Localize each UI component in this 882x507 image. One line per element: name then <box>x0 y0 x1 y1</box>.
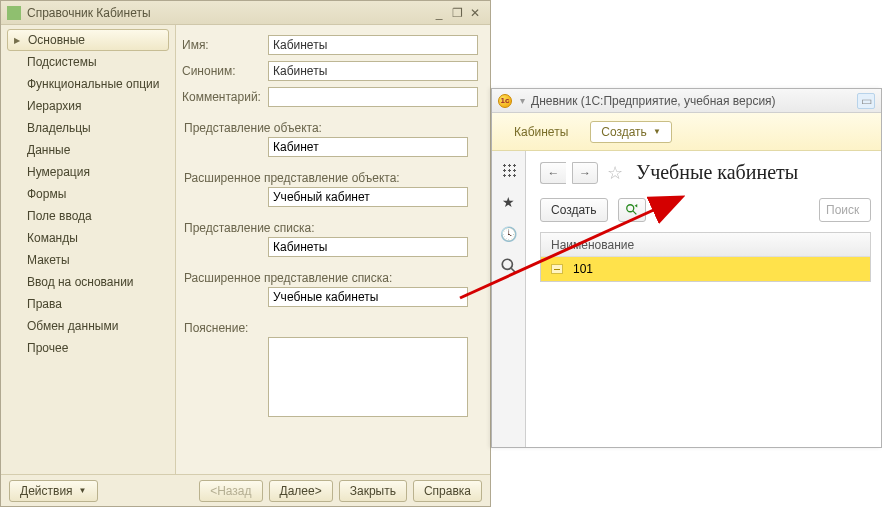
favorite-toggle-star-icon[interactable]: ☆ <box>604 162 626 184</box>
sidebar-item-label: Поле ввода <box>27 209 92 223</box>
data-table: Наименование 101 <box>540 232 871 282</box>
label-objpres: Представление объекта: <box>184 121 478 135</box>
chevron-down-icon: ▼ <box>653 127 661 136</box>
svg-point-0 <box>502 259 512 269</box>
sidebar-item-owners[interactable]: Владельцы <box>7 117 169 139</box>
content: ← → ☆ Учебные кабинеты Создать Поиск <box>526 151 881 447</box>
sidebar-item-label: Прочее <box>27 341 68 355</box>
page-title: Учебные кабинеты <box>636 161 798 184</box>
element-icon <box>551 264 563 274</box>
sidebar-item-rights[interactable]: Права <box>7 293 169 315</box>
search-icon[interactable] <box>500 257 518 275</box>
favorites-star-icon[interactable]: ★ <box>500 193 518 211</box>
sidebar-item-other[interactable]: Прочее <box>7 337 169 359</box>
enterprise-window: 1c ▾ Дневник (1С:Предприятие, учебная ве… <box>491 88 882 448</box>
sidebar-item-numbering[interactable]: Нумерация <box>7 161 169 183</box>
sidebar-item-label: Ввод на основании <box>27 275 134 289</box>
find-by-current-icon[interactable] <box>618 198 646 222</box>
button-label: Справка <box>424 484 471 498</box>
label-listpres: Представление списка: <box>184 221 478 235</box>
restore-button[interactable]: ❐ <box>448 5 466 21</box>
footer: Действия ▼ <Назад Далее> Закрыть Справка <box>1 474 490 506</box>
svg-line-3 <box>632 211 636 215</box>
explain-field[interactable] <box>268 337 468 417</box>
cell-name: 101 <box>573 262 593 276</box>
close-button[interactable]: ✕ <box>466 5 484 21</box>
back-button[interactable]: <Назад <box>199 480 262 502</box>
sidebar-item-forms[interactable]: Формы <box>7 183 169 205</box>
sidebar-item-subsystems[interactable]: Подсистемы <box>7 51 169 73</box>
svg-line-1 <box>511 268 516 273</box>
search-input[interactable]: Поиск <box>819 198 871 222</box>
form-main: Имя: Синоним: Комментарий: Представление… <box>176 25 490 474</box>
listpres-field[interactable] <box>268 237 468 257</box>
button-label: Создать <box>551 203 597 217</box>
sidebar-item-exchange[interactable]: Обмен данными <box>7 315 169 337</box>
catalog-icon <box>7 6 21 20</box>
sidebar-item-hierarchy[interactable]: Иерархия <box>7 95 169 117</box>
label-listpres-ext: Расширенное представление списка: <box>184 271 478 285</box>
chevron-down-icon: ▼ <box>79 486 87 495</box>
sidebar-item-label: Права <box>27 297 62 311</box>
label-objpres-ext: Расширенное представление объекта: <box>184 171 478 185</box>
column-header-name[interactable]: Наименование <box>541 233 870 257</box>
window-title: Справочник Кабинеты <box>27 6 430 20</box>
table-row[interactable]: 101 <box>541 257 870 281</box>
button-label: <Назад <box>210 484 251 498</box>
enterprise-titlebar: 1c ▾ Дневник (1С:Предприятие, учебная ве… <box>492 89 881 113</box>
sidebar: Основные Подсистемы Функциональные опции… <box>1 25 176 474</box>
sidebar-item-label: Владельцы <box>27 121 91 135</box>
sidebar-item-label: Функциональные опции <box>27 77 160 91</box>
sidebar-item-funcopts[interactable]: Функциональные опции <box>7 73 169 95</box>
sidebar-item-label: Подсистемы <box>27 55 97 69</box>
enterprise-title: Дневник (1С:Предприятие, учебная версия) <box>531 94 857 108</box>
sidebar-item-inputbasis[interactable]: Ввод на основании <box>7 271 169 293</box>
sidebar-item-label: Нумерация <box>27 165 90 179</box>
synonym-field[interactable] <box>268 61 478 81</box>
search-placeholder: Поиск <box>826 203 859 217</box>
sections-grid-icon[interactable] <box>500 161 518 179</box>
sidebar-item-label: Данные <box>27 143 70 157</box>
actions-button[interactable]: Действия ▼ <box>9 480 98 502</box>
nav-back-button[interactable]: ← <box>540 162 566 184</box>
icon-column: ★ 🕓 <box>492 151 526 447</box>
label-comment: Комментарий: <box>182 90 268 104</box>
history-clock-icon[interactable]: 🕓 <box>500 225 518 243</box>
next-button[interactable]: Далее> <box>269 480 333 502</box>
sidebar-item-data[interactable]: Данные <box>7 139 169 161</box>
enterprise-minimize-button[interactable]: ▭ <box>857 93 875 109</box>
objpres-field[interactable] <box>268 137 468 157</box>
comment-field[interactable] <box>268 87 478 107</box>
chevron-down-icon[interactable]: ▾ <box>520 95 525 106</box>
button-label: Закрыть <box>350 484 396 498</box>
sidebar-item-templates[interactable]: Макеты <box>7 249 169 271</box>
close-button[interactable]: Закрыть <box>339 480 407 502</box>
create-button[interactable]: Создать <box>540 198 608 222</box>
sidebar-item-label: Основные <box>28 33 85 47</box>
sidebar-item-label: Обмен данными <box>27 319 118 333</box>
listpres-ext-field[interactable] <box>268 287 468 307</box>
svg-point-2 <box>626 205 633 212</box>
sidebar-item-main[interactable]: Основные <box>7 29 169 51</box>
help-button[interactable]: Справка <box>413 480 482 502</box>
sidebar-item-label: Формы <box>27 187 66 201</box>
configurator-titlebar: Справочник Кабинеты _ ❐ ✕ <box>1 1 490 25</box>
name-field[interactable] <box>268 35 478 55</box>
sidebar-item-label: Команды <box>27 231 78 245</box>
1c-logo-icon: 1c <box>498 94 512 108</box>
sidebar-item-inputfield[interactable]: Поле ввода <box>7 205 169 227</box>
sidebar-item-commands[interactable]: Команды <box>7 227 169 249</box>
enterprise-toolbar: Кабинеты Создать ▼ <box>492 113 881 151</box>
link-label: Кабинеты <box>514 125 568 139</box>
sidebar-item-label: Макеты <box>27 253 70 267</box>
create-dropdown[interactable]: Создать ▼ <box>590 121 672 143</box>
nav-forward-button[interactable]: → <box>572 162 598 184</box>
label-name: Имя: <box>182 38 268 52</box>
header-label: Наименование <box>551 238 634 252</box>
minimize-button[interactable]: _ <box>430 5 448 21</box>
button-label: Далее> <box>280 484 322 498</box>
sidebar-item-label: Иерархия <box>27 99 81 113</box>
catalog-link[interactable]: Кабинеты <box>508 121 574 143</box>
configurator-window: Справочник Кабинеты _ ❐ ✕ Основные Подси… <box>0 0 491 507</box>
objpres-ext-field[interactable] <box>268 187 468 207</box>
